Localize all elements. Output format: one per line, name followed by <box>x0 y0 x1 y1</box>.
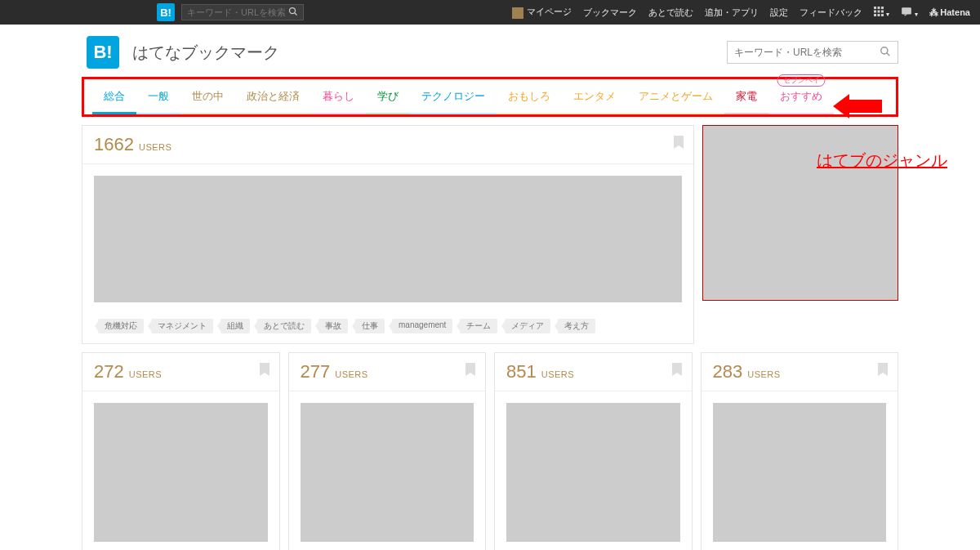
svg-point-13 <box>881 47 888 53</box>
card-body <box>82 391 279 550</box>
svg-rect-9 <box>877 14 880 16</box>
arrow-icon <box>833 94 882 118</box>
category-tab[interactable]: 暮らし <box>311 89 366 114</box>
bookmark-icon[interactable] <box>260 363 270 379</box>
nav-mypage[interactable]: マイページ <box>512 6 572 18</box>
site-logo[interactable]: B! <box>87 36 119 69</box>
tag[interactable]: マネジメント <box>151 319 213 333</box>
svg-line-1 <box>295 12 297 15</box>
site-header: B! はてなブックマーク <box>82 25 898 77</box>
user-count: 851 <box>506 361 537 382</box>
category-tab[interactable]: おもしろ <box>497 89 562 114</box>
avatar-icon <box>512 7 523 19</box>
category-tab[interactable]: おすすめセブンペイ <box>768 89 834 114</box>
card-body <box>289 391 486 550</box>
tag[interactable]: 危機対応 <box>98 319 144 333</box>
category-tab[interactable]: 世の中 <box>180 89 235 114</box>
card-header: 272USERS <box>82 353 279 391</box>
svg-rect-4 <box>881 7 884 9</box>
svg-rect-8 <box>874 14 876 16</box>
svg-rect-3 <box>877 7 880 9</box>
user-count: 277 <box>301 361 331 382</box>
tag[interactable]: 考え方 <box>558 319 595 333</box>
bookmark-icon[interactable] <box>674 136 684 152</box>
hero-card[interactable]: 1662 USERS 危機対応マネジメント組織あとで読む事故仕事manageme… <box>82 125 694 344</box>
svg-rect-10 <box>881 14 884 16</box>
tag[interactable]: あとで読む <box>257 319 311 333</box>
category-nav: 総合一般世の中政治と経済暮らし学びテクノロジーおもしろエンタメアニメとゲーム家電… <box>84 79 896 114</box>
site-search-input[interactable] <box>734 47 880 58</box>
search-icon[interactable] <box>288 7 298 19</box>
bookmark-icon[interactable] <box>672 363 682 379</box>
page-container: B! はてなブックマーク 総合一般世の中政治と経済暮らし学びテクノロジーおもしろ… <box>82 25 898 550</box>
category-tab[interactable]: 総合 <box>92 89 136 114</box>
user-count: 272 <box>94 361 124 382</box>
svg-rect-5 <box>874 10 876 12</box>
card-grid: 272USERS世の中2019/07/07 11:58277USERS政治と経済… <box>82 352 898 550</box>
category-tab[interactable]: 政治と経済 <box>235 89 311 114</box>
entry-card[interactable]: 272USERS世の中2019/07/07 11:58 <box>82 352 280 550</box>
nav-bookmark[interactable]: ブックマーク <box>583 7 637 19</box>
annotation-arrow: はてブのジャンル <box>833 94 980 172</box>
svg-rect-11 <box>902 7 911 14</box>
user-label: USERS <box>747 369 780 379</box>
search-icon[interactable] <box>880 46 891 60</box>
thumb-placeholder <box>713 403 887 542</box>
card-header: 1662 USERS <box>82 126 693 164</box>
category-tab[interactable]: テクノロジー <box>410 89 497 114</box>
svg-rect-6 <box>877 10 880 12</box>
annotation-label: はてブのジャンル <box>817 150 980 172</box>
nav-readlater[interactable]: あとで読む <box>648 7 693 19</box>
tag[interactable]: チーム <box>460 319 497 333</box>
thumb-placeholder <box>506 403 680 542</box>
category-tab[interactable]: エンタメ <box>562 89 627 114</box>
category-tab[interactable]: 一般 <box>136 89 180 114</box>
svg-line-14 <box>887 52 890 56</box>
svg-point-0 <box>290 7 296 13</box>
thumb-placeholder <box>94 403 268 542</box>
hero-image-placeholder <box>94 176 682 302</box>
topbar-search[interactable] <box>181 4 304 20</box>
site-search[interactable] <box>727 41 898 64</box>
category-tab[interactable]: 学び <box>366 89 410 114</box>
nav-feedback[interactable]: フィードバック <box>800 7 862 19</box>
svg-rect-7 <box>881 10 884 12</box>
card-header: 851USERS <box>495 353 692 391</box>
tag[interactable]: management <box>392 319 452 333</box>
bookmark-icon[interactable] <box>878 363 888 379</box>
chat-icon[interactable]: ▾ <box>901 7 918 19</box>
tag[interactable]: 仕事 <box>355 319 385 333</box>
nav-hatena[interactable]: ⁂ Hatena <box>929 7 970 18</box>
user-label: USERS <box>139 142 172 152</box>
category-nav-box: 総合一般世の中政治と経済暮らし学びテクノロジーおもしろエンタメアニメとゲーム家電… <box>82 77 898 117</box>
global-topbar: B! マイページ ブックマーク あとで読む 追加・アプリ 設定 フィードバック … <box>0 0 980 25</box>
topbar-search-input[interactable] <box>187 7 285 17</box>
bookmark-icon[interactable] <box>466 363 475 379</box>
tag[interactable]: 組織 <box>220 319 250 333</box>
thumb-placeholder <box>301 403 474 542</box>
entry-card[interactable]: 283USERS世の中2019/06/12 14:36 <box>701 352 899 550</box>
user-label: USERS <box>129 369 162 379</box>
user-label: USERS <box>335 369 368 379</box>
entry-card[interactable]: 277USERS政治と経済2019/07/07 01:47 <box>288 352 487 550</box>
nav-settings[interactable]: 設定 <box>770 7 788 19</box>
entry-card[interactable]: 851USERS政治と経済2019/07/07 01:07 <box>494 352 693 550</box>
apps-icon[interactable]: ▾ <box>874 7 889 19</box>
tag[interactable]: メディア <box>505 319 550 333</box>
card-header: 283USERS <box>702 353 898 391</box>
svg-rect-2 <box>874 7 876 9</box>
category-tab[interactable]: 家電 <box>724 89 768 114</box>
nav-add[interactable]: 追加・アプリ <box>705 7 759 19</box>
svg-marker-12 <box>905 14 908 16</box>
left-column: 1662 USERS 危機対応マネジメント組織あとで読む事故仕事manageme… <box>82 125 694 352</box>
card-header: 277USERS <box>289 353 486 391</box>
tag[interactable]: 事故 <box>318 319 348 333</box>
user-count: 1662 <box>94 134 134 155</box>
topbar-right: マイページ ブックマーク あとで読む 追加・アプリ 設定 フィードバック ▾ ▾… <box>512 6 970 18</box>
topbar-logo[interactable]: B! <box>157 3 175 21</box>
tag-list: 危機対応マネジメント組織あとで読む事故仕事managementチームメディア考え… <box>82 314 693 343</box>
user-count: 283 <box>713 361 743 382</box>
user-label: USERS <box>541 369 574 379</box>
category-tab[interactable]: アニメとゲーム <box>627 89 724 114</box>
main-content: 1662 USERS 危機対応マネジメント組織あとで読む事故仕事manageme… <box>82 125 898 352</box>
